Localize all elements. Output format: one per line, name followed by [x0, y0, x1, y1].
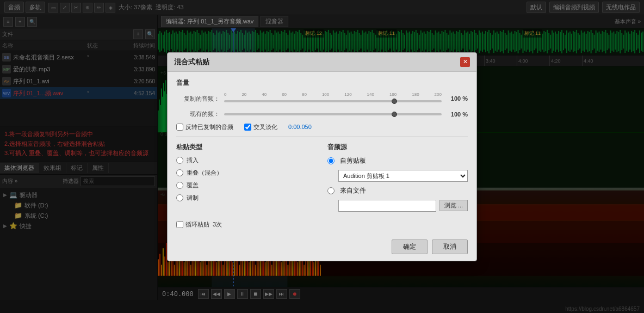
paste-insert-radio[interactable]	[176, 157, 183, 164]
invert-checkbox-label[interactable]: 反转已复制的音频	[176, 123, 233, 131]
paste-insert-label: 插入	[187, 156, 199, 164]
clipboard-select-row: Audition 剪贴板 1 Audition 剪贴板 2 Audition 剪…	[327, 170, 468, 182]
tick-20: 20	[242, 92, 246, 97]
modal-close-btn[interactable]: ✕	[460, 57, 470, 67]
existing-audio-slider[interactable]	[224, 113, 442, 115]
tick-0: 0	[224, 92, 226, 97]
paste-modulate[interactable]: 调制	[176, 194, 317, 202]
from-file-input-row: 浏览 ...	[327, 200, 468, 212]
clipboard-label: 自剪贴板	[340, 156, 366, 165]
browse-btn[interactable]: 浏览 ...	[439, 200, 468, 211]
invert-checkbox[interactable]	[176, 124, 183, 131]
copied-audio-slider[interactable]	[224, 100, 442, 102]
paste-type-title: 粘贴类型	[176, 143, 317, 152]
existing-audio-slider-area	[224, 110, 442, 119]
modal-divider	[176, 137, 468, 137]
loop-checkbox-label[interactable]: 循环粘贴	[176, 220, 209, 229]
loop-count: 3次	[213, 220, 222, 229]
volume-section-title: 音量	[176, 78, 468, 88]
paste-overwrite-radio[interactable]	[176, 182, 183, 189]
options-row: 反转已复制的音频 交叉淡化 0:00.050	[176, 123, 468, 131]
invert-label-text: 反转已复制的音频	[185, 123, 233, 131]
crossfade-time[interactable]: 0:00.050	[288, 124, 312, 130]
tick-160: 160	[389, 92, 397, 97]
tick-180: 180	[412, 92, 419, 97]
existing-audio-handle[interactable]	[392, 112, 397, 117]
loop-checkbox[interactable]	[176, 221, 183, 228]
modal-overlay: 混合式粘贴 ✕ 音量 复制的音频： 0 20 40 60 80 100 1	[0, 0, 644, 313]
modal-header: 混合式粘贴 ✕	[168, 53, 476, 72]
existing-audio-row: 现有的频： 100 %	[176, 110, 468, 119]
paste-overlap[interactable]: 重叠（混合）	[176, 169, 317, 177]
crossfade-checkbox-label[interactable]: 交叉淡化	[244, 123, 277, 131]
tick-140: 140	[367, 92, 374, 97]
from-file-row: 来自文件	[327, 186, 468, 195]
modal-body: 音量 复制的音频： 0 20 40 60 80 100 120 140 160	[168, 72, 476, 235]
paste-modulate-radio[interactable]	[176, 194, 183, 201]
tick-80: 80	[302, 92, 307, 97]
modal-dialog: 混合式粘贴 ✕ 音量 复制的音频： 0 20 40 60 80 100 1	[167, 52, 477, 261]
copied-audio-row: 复制的音频： 0 20 40 60 80 100 120 140 160 180…	[176, 92, 468, 106]
ok-btn[interactable]: 确定	[392, 240, 428, 254]
paste-type-col: 粘贴类型 插入 重叠（混合） 覆盖 调制	[176, 143, 317, 216]
tick-100: 100	[322, 92, 329, 97]
from-file-label: 来自文件	[340, 186, 366, 195]
existing-audio-label: 现有的频：	[176, 110, 220, 118]
tick-40: 40	[262, 92, 267, 97]
from-file-input[interactable]	[338, 200, 436, 212]
paste-modulate-label: 调制	[187, 194, 199, 202]
tick-60: 60	[282, 92, 287, 97]
clipboard-row: 自剪贴板	[327, 156, 468, 165]
modal-title: 混合式粘贴	[174, 57, 209, 67]
paste-overwrite[interactable]: 覆盖	[176, 181, 317, 189]
tick-200: 200	[435, 92, 442, 97]
audio-source-title: 音频源	[327, 143, 468, 152]
paste-overlap-radio[interactable]	[176, 169, 183, 176]
clipboard-radio[interactable]	[327, 157, 335, 164]
paste-insert[interactable]: 插入	[176, 156, 317, 164]
clipboard-select[interactable]: Audition 剪贴板 1 Audition 剪贴板 2 Audition 剪…	[338, 170, 468, 182]
paste-overlap-label: 重叠（混合）	[187, 169, 222, 177]
copied-audio-value: 100 %	[446, 95, 468, 102]
from-file-radio[interactable]	[327, 187, 335, 194]
loop-row: 循环粘贴 3次	[176, 220, 468, 229]
modal-footer: 确定 取消	[168, 235, 476, 261]
copied-audio-slider-area: 0 20 40 60 80 100 120 140 160 180 200	[224, 92, 442, 106]
copied-audio-label: 复制的音频：	[176, 95, 220, 103]
paste-overwrite-label: 覆盖	[187, 181, 199, 189]
existing-audio-value: 100 %	[446, 111, 468, 118]
cancel-btn[interactable]: 取消	[432, 240, 468, 254]
loop-label-text: 循环粘贴	[185, 220, 209, 229]
audio-source-col: 音频源 自剪贴板 Audition 剪贴板 1 Audition 剪贴板 2 A…	[327, 143, 468, 216]
tick-120: 120	[344, 92, 351, 97]
crossfade-label-text: 交叉淡化	[253, 123, 277, 131]
crossfade-checkbox[interactable]	[244, 124, 251, 131]
copied-ticks-top: 0 20 40 60 80 100 120 140 160 180 200	[224, 92, 442, 97]
copied-audio-handle[interactable]	[392, 99, 397, 104]
modal-two-col: 粘贴类型 插入 重叠（混合） 覆盖 调制	[176, 143, 468, 216]
